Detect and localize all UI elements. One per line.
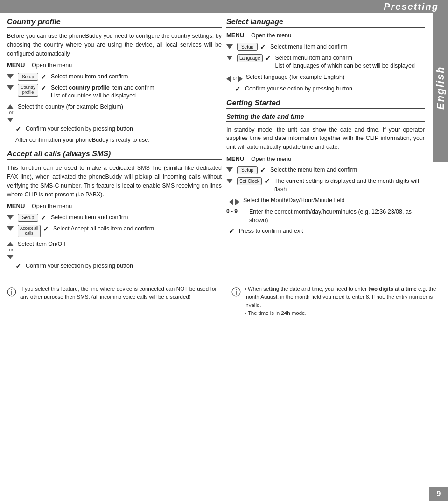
arrow-down-icon-6: [7, 255, 14, 259]
setup-btn-1: Setup: [18, 73, 38, 81]
checkmark-8: ✓: [265, 54, 271, 63]
clock-menu-label: MENU: [226, 155, 249, 162]
lang-lang-text: Select menu item and confirmList of lang…: [275, 54, 425, 70]
notes-divider: [224, 285, 224, 317]
accept-setup-text: Select menu item and confirm: [51, 214, 222, 222]
arrow-down-icon: [7, 74, 14, 79]
main-content: Country profile Before you can use the p…: [0, 13, 448, 281]
arrow-left-icon: [226, 76, 231, 82]
page-number: 9: [429, 487, 448, 501]
note-icon-right: ⓘ: [231, 286, 241, 299]
left-note-text: If you select this feature, the line whe…: [20, 285, 217, 301]
country-after-text: After confirmation your phoneBuddy is re…: [15, 136, 222, 145]
setup-text-1: Select menu item and confirm: [51, 73, 222, 81]
checkmark-11: ✓: [264, 177, 270, 186]
checkmark-9: ✓: [235, 85, 241, 93]
setup-btn-3: Setup: [237, 43, 258, 51]
lang-setup-row: Setup ✓ Select menu item and confirm: [226, 43, 425, 51]
country-select-row: or Select the country (for example Belgi…: [7, 103, 222, 122]
checkmark-10: ✓: [260, 166, 266, 174]
clock-setup-row: Setup ✓ Select the menu item and confirm: [226, 166, 425, 174]
or-label: or: [7, 110, 15, 115]
country-confirm-row: ✓ Confirm your selection by pressing but…: [7, 125, 222, 133]
checkmark-1: ✓: [41, 73, 47, 81]
accept-calls-text: Select Accept all calls item and confirm: [53, 225, 222, 233]
country-open-menu-text: Open the menu: [32, 62, 222, 70]
clock-setclock-row: Set Clock ✓ The current setting is displ…: [226, 177, 425, 194]
page-title: Presetting: [384, 1, 439, 12]
lang-open-menu-text: Open the menu: [251, 32, 425, 40]
checkmark-5: ✓: [43, 225, 49, 233]
lang-setup-text: Select menu item and confirm: [270, 43, 425, 51]
left-note: ⓘ If you select this feature, the line w…: [7, 285, 217, 317]
accept-all-calls-btn: Accept allcalls: [18, 225, 41, 237]
country-profile-section: Country profile Before you can use the p…: [7, 18, 222, 144]
accept-setup-row: Setup ✓ Select menu item and confirm: [7, 214, 222, 222]
arrow-down-icon-7: [226, 44, 233, 49]
country-profile-row: Countryprofile ✓ Select country profile …: [7, 84, 222, 100]
accept-all-calls-intro: This function can be used to make a dedi…: [7, 164, 222, 199]
clock-field-row: Select the Month/Day/Hour/Minute field: [226, 196, 425, 205]
clock-menu-row: MENU Open the menu: [226, 155, 425, 164]
right-note-content: • When setting the date and time, you ne…: [245, 285, 441, 317]
arrow-down-icon-8: [226, 56, 233, 60]
select-language-section: Select lanugage MENU Open the menu Setup…: [226, 18, 425, 93]
arrow-leftright-icon: or: [226, 74, 244, 82]
note-icon-left: ⓘ: [7, 286, 16, 299]
clock-digits-row: 0 - 9 Enter the correct month/day/hour/m…: [226, 208, 425, 224]
top-bar: Presetting: [0, 0, 448, 13]
clock-field-text: Select the Month/Day/Hour/Minute field: [243, 196, 425, 205]
arrow-down-icon-4: [7, 215, 14, 220]
accept-menu-label: MENU: [7, 202, 29, 209]
checkmark-2: ✓: [41, 84, 47, 92]
arrow-right-icon-2: [235, 199, 240, 205]
country-setup-row: Setup ✓ Select menu item and confirm: [7, 73, 222, 81]
digit-label: 0 - 9: [226, 208, 247, 215]
checkmark-6: ✓: [15, 262, 21, 271]
select-language-header: Select lanugage: [226, 18, 425, 28]
accept-calls-row: Accept allcalls ✓ Select Accept all call…: [7, 225, 222, 237]
country-profile-intro: Before you can use the phoneBuddy you ne…: [7, 32, 222, 58]
country-profile-btn: Countryprofile: [18, 84, 38, 97]
accept-all-calls-section: Accept all calls (always SMS) This funct…: [7, 150, 222, 271]
arrow-right-icon: [238, 76, 243, 82]
clock-setup-text: Select the menu item and confirm: [270, 166, 425, 174]
accept-all-calls-header: Accept all calls (always SMS): [7, 150, 222, 160]
arrow-down-icon-5: [7, 226, 14, 231]
getting-started-header: Getting Started: [226, 99, 425, 109]
arrow-up-icon-2: [7, 242, 14, 246]
arrow-up-icon: [7, 104, 14, 109]
accept-menu-row: MENU Open the menu: [7, 202, 222, 211]
clock-digits-text: Enter the correct month/day/hour/minutes…: [249, 208, 425, 224]
getting-started-section: Getting Started Setting the date and tim…: [226, 99, 425, 236]
language-btn: Language: [237, 54, 263, 62]
right-column: Select lanugage MENU Open the menu Setup…: [226, 18, 441, 276]
right-note: ⓘ • When setting the date and time, you …: [231, 285, 441, 317]
lang-select-row: or Select language (for example English): [226, 73, 425, 82]
or-label-2: or: [7, 247, 15, 252]
arrow-down-icon-9: [226, 167, 233, 172]
country-profile-header: Country profile: [7, 18, 222, 28]
or-label-3: or: [233, 76, 237, 81]
checkmark-4: ✓: [41, 214, 47, 222]
clock-exit-text: Press to confirm and exit: [239, 227, 425, 236]
lang-menu-row: MENU Open the menu: [226, 32, 425, 40]
setup-btn-4: Setup: [237, 166, 258, 174]
lang-menu-label: MENU: [226, 32, 249, 39]
arrow-updown-icon: or: [7, 103, 15, 122]
lang-select-text: Select language (for example English): [246, 73, 425, 82]
lang-lang-row: Language ✓ Select menu item and confirmL…: [226, 54, 425, 70]
arrow-down-icon-3: [7, 118, 14, 122]
country-confirm-text: Confirm your selection by pressing butto…: [26, 125, 222, 133]
checkmark-3: ✓: [15, 125, 21, 133]
bottom-notes: ⓘ If you select this feature, the line w…: [0, 281, 448, 321]
country-menu-label: MENU: [7, 62, 29, 69]
set-clock-btn: Set Clock: [237, 177, 262, 185]
setup-btn-2: Setup: [18, 214, 38, 222]
accept-onoff-row: or Select item On/Off: [7, 240, 222, 259]
lang-confirm-row: ✓ Confirm your selection by pressing but…: [226, 85, 425, 93]
accept-onoff-text: Select item On/Off: [18, 240, 222, 249]
left-column: Country profile Before you can use the p…: [7, 18, 222, 276]
accept-confirm-text: Confirm your selection by pressing butto…: [26, 262, 222, 271]
arrow-down-icon-2: [7, 85, 14, 90]
